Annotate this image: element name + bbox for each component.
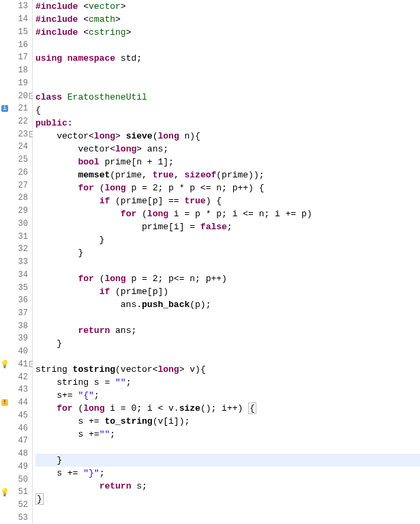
gutter-row[interactable]: 45 [0, 409, 32, 422]
gutter-row[interactable]: !44 [0, 396, 32, 409]
gutter-row[interactable]: 15 [0, 25, 32, 38]
code-line[interactable]: } [35, 454, 420, 467]
gutter-row[interactable]: 24 [0, 141, 32, 154]
code-line[interactable]: for (long i = p * p; i <= n; i += p) [35, 207, 420, 220]
gutter-row[interactable]: 39 [0, 332, 32, 345]
code-line[interactable]: { [35, 104, 420, 117]
gutter-row[interactable]: 37 [0, 307, 32, 320]
code-line[interactable]: using namespace std; [35, 52, 420, 65]
code-line[interactable]: public: [35, 117, 420, 130]
code-line[interactable]: vector<long> sieve(long n){ [35, 130, 420, 143]
token-kw: namespace [68, 53, 121, 63]
line-number: 39 [18, 334, 28, 343]
token-fn: sieve [126, 131, 153, 141]
code-line[interactable]: #include <cmath> [35, 13, 420, 26]
line-number: 52 [18, 500, 28, 510]
code-line[interactable]: #include <cstring> [35, 26, 420, 39]
gutter-row[interactable]: 13 [0, 0, 32, 13]
code-line[interactable] [35, 78, 420, 91]
code-line[interactable]: string s = ""; [35, 376, 420, 389]
code-line[interactable]: if (prime[p]) [35, 285, 420, 298]
code-line[interactable]: } [35, 337, 420, 350]
code-line[interactable]: s +=""; [35, 428, 420, 441]
code-line[interactable]: s += "}"; [35, 467, 420, 480]
gutter-row[interactable]: 💡41− [0, 358, 32, 371]
gutter-row[interactable]: 14 [0, 13, 32, 26]
token-pln: vector< [35, 144, 115, 154]
code-line[interactable]: prime[i] = false; [35, 220, 420, 233]
code-line[interactable]: bool prime[n + 1]; [35, 156, 420, 169]
gutter-row[interactable]: 22 [0, 115, 32, 128]
gutter-row[interactable]: 💡51 [0, 486, 32, 499]
code-line[interactable]: string tostring(vector<long> v){ [35, 363, 420, 376]
code-editor[interactable]: #include <vector>#include <cmath>#includ… [33, 0, 420, 524]
gutter-row[interactable]: 28 [0, 192, 32, 205]
line-number: 42 [18, 373, 28, 382]
code-line[interactable]: } [35, 246, 420, 259]
lightbulb-marker-icon[interactable]: 💡 [1, 361, 8, 368]
code-line[interactable]: s += to_string(v[i]); [35, 415, 420, 428]
gutter-row[interactable]: 29 [0, 205, 32, 218]
gutter-row[interactable]: 17 [0, 51, 32, 64]
gutter-row[interactable]: 35 [0, 281, 32, 294]
token-kw: return [100, 481, 132, 491]
code-line[interactable] [35, 65, 420, 78]
code-line[interactable]: if (prime[p] == true) { [35, 194, 420, 207]
token-pln: s+= [35, 390, 78, 401]
gutter-row[interactable]: 33 [0, 256, 32, 269]
gutter-row[interactable]: 26 [0, 166, 32, 179]
code-line[interactable]: return ans; [35, 324, 420, 337]
gutter-row[interactable]: 34 [0, 268, 32, 281]
gutter-row[interactable]: 31 [0, 230, 32, 243]
code-line[interactable]: for (long p = 2; p<= n; p++) [35, 272, 420, 285]
token-kw: class [35, 92, 68, 102]
code-line[interactable] [35, 441, 420, 454]
info-marker-icon[interactable]: i [1, 105, 8, 112]
gutter-row[interactable]: 47 [0, 435, 32, 448]
code-line[interactable]: return s; [35, 480, 420, 493]
code-line[interactable] [35, 350, 420, 363]
gutter-row[interactable]: 48 [0, 448, 32, 461]
gutter-row[interactable]: 23− [0, 128, 32, 141]
gutter-row[interactable]: 25 [0, 154, 32, 166]
gutter-row[interactable]: 30 [0, 217, 32, 230]
gutter-row[interactable]: 49 [0, 460, 32, 473]
line-number: 47 [18, 436, 28, 446]
code-line[interactable]: s+= "{"; [35, 389, 420, 402]
line-number: 18 [18, 66, 28, 75]
code-line[interactable]: ans.push_back(p); [35, 298, 420, 311]
gutter-row[interactable]: 43 [0, 383, 32, 396]
code-line[interactable]: memset(prime, true, sizeof(prime)); [35, 169, 420, 181]
gutter-row[interactable]: 19 [0, 76, 32, 89]
gutter-row[interactable]: 50 [0, 473, 32, 486]
code-line[interactable]: for (long i = 0; i < v.size(); i++) { [35, 402, 420, 415]
code-line[interactable] [35, 506, 420, 519]
lightbulb-marker-icon[interactable]: 💡 [1, 489, 8, 495]
gutter-row[interactable]: 16 [0, 38, 32, 51]
gutter-row[interactable]: 27 [0, 179, 32, 192]
code-line[interactable]: for (long p = 2; p * p <= n; p++) { [35, 181, 420, 194]
gutter-row[interactable]: 20− [0, 89, 32, 102]
code-line[interactable]: } [35, 233, 420, 246]
gutter-row[interactable]: 18 [0, 64, 32, 77]
code-line[interactable]: } [35, 493, 420, 506]
gutter-row[interactable]: 53 [0, 511, 32, 524]
gutter-row[interactable]: 42 [0, 370, 32, 383]
gutter-row[interactable]: i21 [0, 102, 32, 115]
line-number: 29 [18, 206, 28, 216]
code-line[interactable] [35, 519, 420, 524]
warn-marker-icon[interactable]: ! [1, 399, 8, 406]
gutter-row[interactable]: 38 [0, 319, 32, 332]
code-line[interactable]: vector<long> ans; [35, 143, 420, 156]
code-line[interactable]: class EratostheneUtil [35, 91, 420, 104]
code-line[interactable]: #include <vector> [35, 0, 420, 13]
gutter-row[interactable]: 36 [0, 294, 32, 307]
gutter-row[interactable]: 52 [0, 499, 32, 512]
gutter-row[interactable]: 40 [0, 345, 32, 358]
gutter-row[interactable]: 46 [0, 422, 32, 435]
code-line[interactable] [35, 311, 420, 324]
code-line[interactable] [35, 259, 420, 272]
gutter-row[interactable]: 32 [0, 243, 32, 256]
token-str: "}" [83, 468, 99, 478]
code-line[interactable] [35, 39, 420, 52]
